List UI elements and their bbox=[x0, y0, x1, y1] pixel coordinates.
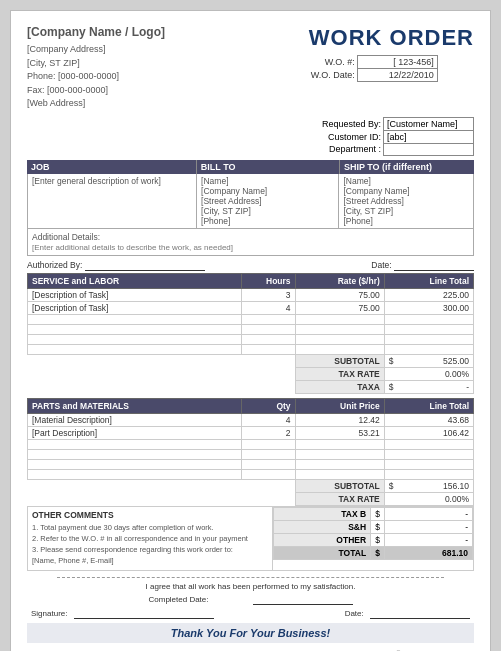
wo-number-value[interactable]: [ 123-456] bbox=[357, 56, 437, 69]
final-taxb-value: - bbox=[385, 507, 473, 520]
parts-price-0: 12.42 bbox=[295, 413, 384, 426]
company-web: [Web Address] bbox=[27, 97, 165, 111]
wo-date-label: W.O. Date: bbox=[309, 69, 358, 82]
service-col-hours: Hours bbox=[242, 273, 296, 288]
date-label: Date: bbox=[371, 260, 391, 270]
final-total-row: TOTAL $ 681.10 bbox=[273, 546, 472, 559]
bottom-section: OTHER COMMENTS 1. Total payment due 30 d… bbox=[27, 506, 474, 571]
customer-label: Customer ID: bbox=[320, 130, 384, 143]
parts-linetotal-1: 106.42 bbox=[384, 426, 473, 439]
work-order-page: [Company Name / Logo] [Company Address] … bbox=[10, 10, 491, 651]
authorized-row: Authorized By: Date: bbox=[27, 256, 474, 273]
service-taxrate-row: TAX RATE 0.00% bbox=[28, 367, 474, 380]
additional-section: Additional Details: [Enter additional de… bbox=[27, 229, 474, 256]
table-row: [Material Description] 4 12.42 43.68 bbox=[28, 413, 474, 426]
signature-field bbox=[74, 609, 214, 619]
info-table: Requested By: [Customer Name] Customer I… bbox=[320, 117, 474, 156]
job-header: JOB bbox=[27, 160, 197, 174]
completed-row: Completed Date: bbox=[27, 595, 474, 605]
parts-materials-table: PARTS and MATERIALS Qty Unit Price Line … bbox=[27, 398, 474, 506]
dept-value[interactable] bbox=[384, 143, 474, 155]
final-sh-row: S&H $ - bbox=[273, 520, 472, 533]
shipto-header: SHIP TO (if different) bbox=[340, 160, 474, 174]
service-linetotal-1: 300.00 bbox=[384, 301, 473, 314]
other-comments-line-0: 1. Total payment due 30 days after compl… bbox=[32, 522, 268, 533]
sig-right: Date: bbox=[345, 609, 470, 619]
job-section-header: JOB BILL TO SHIP TO (if different) bbox=[27, 160, 474, 174]
service-desc-1: [Description of Task] bbox=[28, 301, 242, 314]
service-tax-label: TAXA bbox=[295, 380, 384, 393]
shipto-content: [Name] [Company Name] [Street Address] [… bbox=[339, 174, 473, 228]
other-comments-title: OTHER COMMENTS bbox=[32, 510, 268, 520]
billto-line-2: [Street Address] bbox=[201, 196, 334, 206]
parts-price-1: 53.21 bbox=[295, 426, 384, 439]
final-taxb-row: TAX B $ - bbox=[273, 507, 472, 520]
service-desc-0: [Description of Task] bbox=[28, 288, 242, 301]
job-content-row: [Enter general description of work] [Nam… bbox=[27, 174, 474, 229]
parts-col-desc: PARTS and MATERIALS bbox=[28, 398, 242, 413]
wo-fields: W.O. #: [ 123-456] W.O. Date: 12/22/2010 bbox=[309, 55, 474, 82]
company-address: [Company Address] bbox=[27, 43, 165, 57]
additional-label: Additional Details: bbox=[32, 232, 469, 242]
final-other-value: - bbox=[385, 533, 473, 546]
parts-taxrate-row: TAX RATE 0.00% bbox=[28, 492, 474, 505]
sig-date-field bbox=[370, 609, 470, 619]
additional-content: [Enter additional details to describe th… bbox=[32, 243, 469, 252]
table-row: [Description of Task] 4 75.00 300.00 bbox=[28, 301, 474, 314]
signature-row: Signature: Date: bbox=[27, 609, 474, 619]
customer-value[interactable]: [abc] bbox=[384, 130, 474, 143]
parts-col-total: Line Total bbox=[384, 398, 473, 413]
billto-content: [Name] [Company Name] [Street Address] [… bbox=[197, 174, 339, 228]
service-col-total: Line Total bbox=[384, 273, 473, 288]
final-totals: TAX B $ - S&H $ - OTHER $ - TOTAL $ bbox=[273, 507, 473, 570]
table-row bbox=[28, 449, 474, 459]
other-comments: OTHER COMMENTS 1. Total payment due 30 d… bbox=[28, 507, 273, 570]
service-col-desc: SERVICE and LABOR bbox=[28, 273, 242, 288]
job-description: [Enter general description of work] bbox=[28, 174, 197, 228]
service-taxrate-label: TAX RATE bbox=[295, 367, 384, 380]
signature-section: I agree that all work has been performed… bbox=[27, 577, 474, 643]
table-row bbox=[28, 324, 474, 334]
authorized-left: Authorized By: bbox=[27, 260, 205, 271]
table-row bbox=[28, 439, 474, 449]
wo-date-value[interactable]: 12/22/2010 bbox=[357, 69, 437, 82]
final-sh-value: - bbox=[385, 520, 473, 533]
dollar-icon: $ bbox=[389, 356, 394, 366]
sig-divider bbox=[57, 577, 444, 578]
table-row bbox=[28, 334, 474, 344]
parts-taxrate-value: 0.00% bbox=[384, 492, 473, 505]
shipto-line-4: [Phone] bbox=[343, 216, 469, 226]
service-subtotal-label: SUBTOTAL bbox=[295, 354, 384, 367]
work-order-title: WORK ORDER bbox=[309, 25, 474, 51]
completed-label: Completed Date: bbox=[148, 595, 208, 605]
service-hours-1: 4 bbox=[242, 301, 296, 314]
sig-agree-text: I agree that all work has been performed… bbox=[27, 582, 474, 591]
service-taxrate-value: 0.00% bbox=[384, 367, 473, 380]
table-row bbox=[28, 344, 474, 354]
final-total-value: 681.10 bbox=[385, 546, 473, 559]
shipto-line-0: [Name] bbox=[343, 176, 469, 186]
parts-desc-0: [Material Description] bbox=[28, 413, 242, 426]
table-row: [Part Description] 2 53.21 106.42 bbox=[28, 426, 474, 439]
billto-header: BILL TO bbox=[197, 160, 340, 174]
final-other-label: OTHER bbox=[273, 533, 370, 546]
final-taxb-label: TAX B bbox=[273, 507, 370, 520]
dept-label: Department : bbox=[320, 143, 384, 155]
requested-label: Requested By: bbox=[320, 117, 384, 130]
service-rate-1: 75.00 bbox=[295, 301, 384, 314]
company-city: [City, ST ZIP] bbox=[27, 57, 165, 71]
sig-left: Signature: bbox=[31, 609, 214, 619]
authorized-line bbox=[85, 260, 205, 271]
requested-value[interactable]: [Customer Name] bbox=[384, 117, 474, 130]
thank-you: Thank You For Your Business! bbox=[27, 623, 474, 643]
authorized-label: Authorized By: bbox=[27, 260, 82, 270]
shipto-line-1: [Company Name] bbox=[343, 186, 469, 196]
info-section: Requested By: [Customer Name] Customer I… bbox=[27, 117, 474, 156]
parts-subtotal-value: $ 156.10 bbox=[384, 479, 473, 492]
sig-date-label: Date: bbox=[345, 609, 364, 618]
parts-linetotal-0: 43.68 bbox=[384, 413, 473, 426]
shipto-line-3: [City, ST ZIP] bbox=[343, 206, 469, 216]
header: [Company Name / Logo] [Company Address] … bbox=[27, 25, 474, 111]
title-block: WORK ORDER W.O. #: [ 123-456] W.O. Date:… bbox=[309, 25, 474, 82]
service-tax-row: TAXA $ - bbox=[28, 380, 474, 393]
